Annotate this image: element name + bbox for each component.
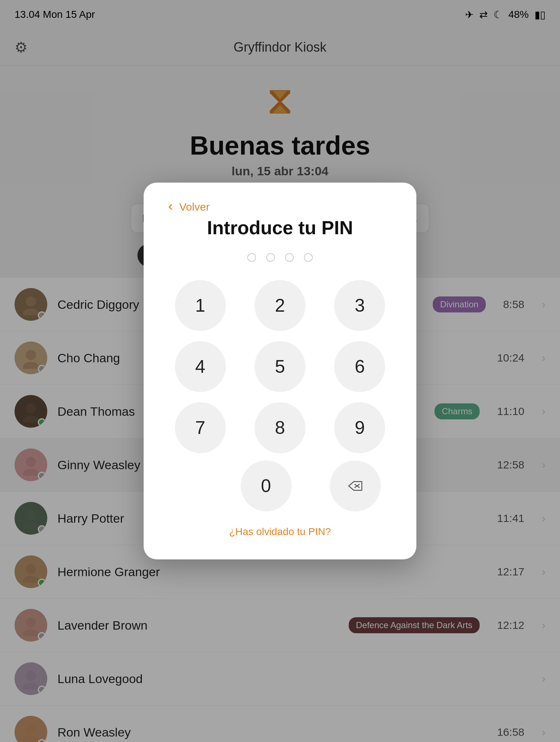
pin-modal-title: Introduce tu PIN bbox=[165, 217, 395, 239]
pin-bottom-row: 0 bbox=[165, 460, 395, 511]
pin-dot-2 bbox=[266, 253, 275, 262]
pin-key-8[interactable]: 8 bbox=[255, 402, 305, 453]
pin-key-2[interactable]: 2 bbox=[255, 280, 305, 331]
pin-dots bbox=[165, 253, 395, 262]
pin-dot-3 bbox=[285, 253, 294, 262]
pin-key-7[interactable]: 7 bbox=[175, 402, 226, 453]
pin-key-3[interactable]: 3 bbox=[334, 280, 385, 331]
pin-key-delete[interactable] bbox=[330, 460, 381, 511]
pin-key-6[interactable]: 6 bbox=[334, 341, 385, 392]
pin-key-empty bbox=[165, 460, 216, 511]
pin-key-0[interactable]: 0 bbox=[241, 460, 292, 511]
forgot-pin-link[interactable]: ¿Has olvidado tu PIN? bbox=[165, 526, 395, 538]
pin-key-5[interactable]: 5 bbox=[255, 341, 305, 392]
pin-key-1[interactable]: 1 bbox=[175, 280, 226, 331]
pin-dot-4 bbox=[304, 253, 313, 262]
back-button[interactable]: Volver bbox=[165, 201, 209, 213]
back-label: Volver bbox=[179, 201, 209, 213]
pin-key-9[interactable]: 9 bbox=[334, 402, 385, 453]
pin-modal: Volver Introduce tu PIN 1 2 3 4 5 6 7 8 … bbox=[144, 183, 416, 559]
pin-dot-1 bbox=[247, 253, 256, 262]
pin-key-4[interactable]: 4 bbox=[175, 341, 226, 392]
pin-keypad: 1 2 3 4 5 6 7 8 9 bbox=[165, 280, 395, 453]
